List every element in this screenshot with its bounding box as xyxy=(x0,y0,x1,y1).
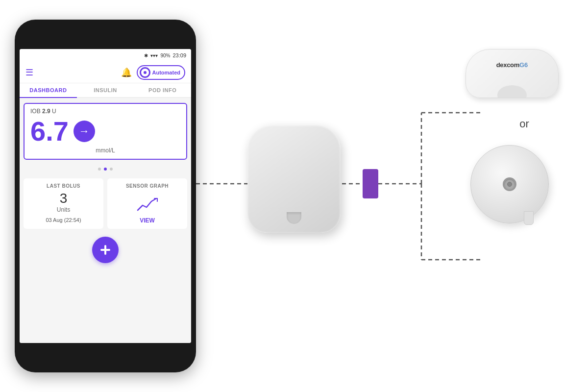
dot-1 xyxy=(98,168,101,171)
bluetooth-icon: ✱ xyxy=(144,53,148,58)
glucose-value-row: 6.7 → xyxy=(30,118,180,145)
dexcom-sensor-bump xyxy=(497,85,527,98)
phone-device: ✱ ▾▾▾ 90% 23:09 ☰ 🔔 Automated DASHBOARD xyxy=(15,20,196,372)
glucose-card: IOB 2.9 U 6.7 → mmol/L xyxy=(24,103,187,160)
header-right: 🔔 Automated xyxy=(121,65,185,80)
right-devices-panel: dexcomG6 or xyxy=(466,49,573,223)
bolus-value: 3 xyxy=(28,192,98,205)
automated-label: Automated xyxy=(152,70,180,75)
bell-icon[interactable]: 🔔 xyxy=(121,67,132,78)
bolus-unit: Units xyxy=(28,206,98,213)
sensor-tab xyxy=(524,211,534,225)
sensor-view-link[interactable]: VIEW xyxy=(140,217,155,224)
hamburger-icon[interactable]: ☰ xyxy=(25,67,33,78)
insulin-fab-button[interactable] xyxy=(92,237,119,263)
hub-device xyxy=(247,125,341,233)
status-time: 23:09 xyxy=(172,52,186,58)
last-bolus-label: LAST BOLUS xyxy=(28,183,98,189)
sensor-screw xyxy=(507,182,512,187)
iob-display: IOB 2.9 U xyxy=(30,108,180,115)
dexcom-device-wrapper: dexcomG6 xyxy=(466,49,573,103)
sensor-center-button xyxy=(503,177,516,191)
bolus-timestamp: 03 Aug (22:54) xyxy=(28,217,98,223)
status-bar: ✱ ▾▾▾ 90% 23:09 xyxy=(20,49,191,62)
dexcom-g6-device: dexcomG6 xyxy=(466,49,559,98)
tab-insulin[interactable]: INSULIN xyxy=(77,83,134,97)
dexcom-model: G6 xyxy=(519,61,528,69)
battery-indicator: 90% xyxy=(160,53,170,58)
dexcom-brand-name: dexcom xyxy=(496,61,519,69)
phone-body: ✱ ▾▾▾ 90% 23:09 ☰ 🔔 Automated DASHBOARD xyxy=(15,20,196,372)
info-cards-row: LAST BOLUS 3 Units 03 Aug (22:54) SENSOR… xyxy=(24,178,187,229)
dot-2 xyxy=(104,168,107,171)
tab-dashboard[interactable]: DASHBOARD xyxy=(20,83,77,98)
phone-screen: ✱ ▾▾▾ 90% 23:09 ☰ 🔔 Automated DASHBOARD xyxy=(20,49,191,343)
last-bolus-card: LAST BOLUS 3 Units 03 Aug (22:54) xyxy=(24,178,103,229)
dot-3 xyxy=(110,168,113,171)
iob-value: 2.9 xyxy=(42,108,50,115)
or-separator: or xyxy=(475,113,573,135)
chart-icon xyxy=(135,194,160,213)
automated-button[interactable]: Automated xyxy=(137,65,185,80)
dexcom-label: dexcomG6 xyxy=(496,60,528,69)
glucose-trend-arrow: → xyxy=(74,121,95,142)
sensor-graph-label: SENSOR GRAPH xyxy=(126,183,169,189)
iob-label: IOB xyxy=(30,108,41,115)
glucose-reading: 6.7 xyxy=(30,118,69,145)
iob-unit: U xyxy=(52,108,56,115)
signal-icon: ▾▾▾ xyxy=(150,53,158,58)
sensor-graph-card: SENSOR GRAPH VIEW xyxy=(107,178,187,229)
app-header: ☰ 🔔 Automated xyxy=(20,62,191,83)
bottom-section: LAST BOLUS 3 Units 03 Aug (22:54) SENSOR… xyxy=(20,173,191,343)
tab-pod-info[interactable]: POD INFO xyxy=(134,83,191,97)
automated-ring-icon xyxy=(140,67,150,78)
pagination-dots xyxy=(20,168,191,171)
round-sensor-device xyxy=(470,145,549,223)
fab-row xyxy=(24,237,187,263)
hub-device-area xyxy=(211,69,377,289)
glucose-unit: mmol/L xyxy=(30,147,180,154)
svg-rect-9 xyxy=(100,249,110,251)
nav-tabs: DASHBOARD INSULIN POD INFO xyxy=(20,83,191,98)
